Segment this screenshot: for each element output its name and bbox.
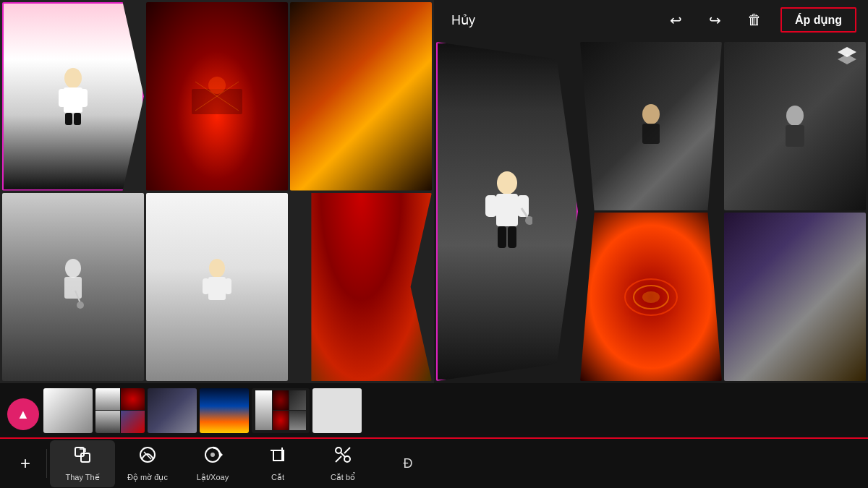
thumbnail-6[interactable] — [312, 388, 362, 433]
cancel-button[interactable]: Hủy — [446, 9, 481, 31]
svg-point-30 — [786, 106, 804, 126]
photo-cell-4[interactable] — [2, 193, 144, 382]
crop-tool[interactable]: Cắt — [245, 440, 310, 487]
cutout-icon — [333, 445, 353, 469]
opacity-tool[interactable]: Độ mờ đục — [115, 440, 180, 487]
cutout-tool[interactable]: Cắt bổ — [310, 440, 375, 487]
photo-cell-5[interactable] — [146, 193, 288, 382]
collage-right-area — [434, 40, 868, 383]
svg-point-41 — [210, 453, 215, 457]
top-bar: Hủy ↩ ↪ 🗑 Áp dụng — [434, 0, 868, 40]
add-icon: + — [20, 453, 30, 474]
svg-point-14 — [209, 259, 225, 278]
photo-cell-3[interactable] — [290, 2, 432, 191]
svg-line-48 — [336, 456, 341, 462]
svg-point-27 — [525, 216, 532, 225]
flip-icon — [203, 445, 223, 469]
svg-rect-17 — [225, 278, 231, 294]
expand-button[interactable]: ▲ — [7, 398, 39, 430]
opacity-icon — [137, 445, 158, 469]
svg-rect-36 — [81, 453, 90, 462]
right-photo-cell-5[interactable] — [724, 213, 866, 381]
svg-point-34 — [642, 291, 660, 303]
svg-point-28 — [642, 104, 660, 124]
crop-label: Cắt — [271, 473, 284, 482]
svg-rect-23 — [517, 195, 529, 217]
collage-right — [434, 40, 868, 383]
svg-marker-19 — [838, 54, 856, 64]
svg-rect-1 — [64, 87, 82, 113]
apply-button[interactable]: Áp dụng — [780, 7, 856, 33]
svg-rect-24 — [498, 226, 506, 248]
replace-icon — [72, 445, 93, 469]
top-bar-left: Hủy — [446, 9, 481, 31]
undo-button[interactable]: ↩ — [663, 7, 689, 33]
svg-marker-40 — [220, 452, 223, 458]
left-panel — [0, 0, 434, 383]
photo-cell-1[interactable] — [2, 2, 144, 191]
svg-rect-4 — [65, 113, 72, 125]
svg-rect-5 — [74, 113, 81, 125]
svg-rect-3 — [80, 89, 88, 107]
more-label: Đ — [404, 456, 413, 471]
svg-rect-16 — [203, 278, 209, 294]
thumb-grid — [95, 388, 145, 433]
flip-tool[interactable]: Lật/Xoay — [180, 440, 245, 487]
add-tool[interactable]: + — [7, 440, 43, 487]
svg-point-13 — [77, 301, 84, 309]
thumbnail-4[interactable] — [200, 388, 249, 433]
thumbnail-5[interactable] — [252, 388, 310, 433]
svg-rect-21 — [496, 194, 518, 226]
svg-point-20 — [497, 171, 517, 194]
svg-rect-11 — [64, 277, 82, 299]
toolbar: + Thay Thế Độ mờ đục — [0, 437, 868, 488]
svg-point-0 — [64, 68, 82, 88]
thumbnail-3[interactable] — [148, 388, 197, 433]
flip-label: Lật/Xoay — [197, 473, 229, 482]
svg-point-7 — [208, 77, 226, 94]
photo-cell-6[interactable] — [290, 193, 432, 382]
delete-button[interactable]: 🗑 — [741, 7, 767, 33]
thumbnail-strip — [0, 383, 868, 437]
thumbnail-2[interactable] — [95, 388, 145, 433]
top-bar-icons: ↩ ↪ 🗑 Áp dụng — [663, 7, 856, 33]
crop-icon — [268, 445, 288, 469]
right-panel: Hủy ↩ ↪ 🗑 Áp dụng — [434, 0, 868, 383]
more-tool[interactable]: Đ — [375, 440, 441, 487]
bottom-bar: ▲ — [0, 383, 868, 488]
redo-button[interactable]: ↪ — [702, 7, 728, 33]
svg-line-49 — [344, 448, 350, 453]
svg-point-46 — [344, 456, 350, 462]
toolbar-divider — [46, 449, 47, 478]
svg-point-45 — [336, 448, 341, 453]
collage-left — [0, 0, 434, 383]
svg-rect-15 — [208, 277, 226, 300]
opacity-label: Độ mờ đục — [127, 473, 168, 482]
thumbnail-1[interactable] — [43, 388, 93, 433]
main-area: Hủy ↩ ↪ 🗑 Áp dụng — [0, 0, 868, 383]
replace-label: Thay Thế — [65, 473, 99, 482]
svg-rect-2 — [59, 89, 66, 107]
svg-rect-29 — [642, 124, 660, 144]
layers-button[interactable] — [836, 46, 858, 70]
svg-rect-25 — [508, 226, 516, 248]
cutout-label: Cắt bổ — [331, 473, 355, 482]
svg-rect-22 — [485, 195, 497, 217]
svg-point-10 — [65, 259, 81, 278]
svg-rect-31 — [786, 125, 804, 147]
replace-tool[interactable]: Thay Thế — [50, 440, 115, 487]
right-photo-cell-2[interactable] — [580, 42, 722, 210]
photo-cell-2[interactable] — [146, 2, 288, 191]
right-photo-cell-1[interactable] — [436, 42, 578, 381]
right-photo-cell-4[interactable] — [580, 213, 722, 381]
